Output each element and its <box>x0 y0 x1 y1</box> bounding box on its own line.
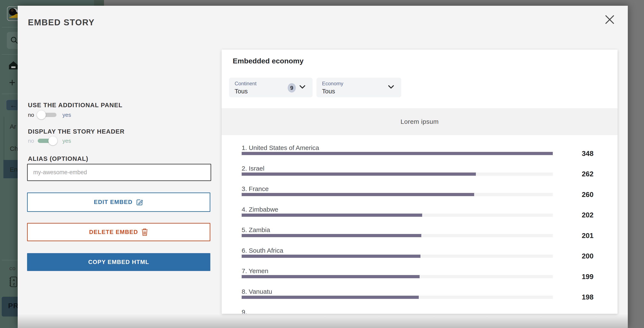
embed-story-modal: EMBED STORY USE THE ADDITIONAL PANEL no … <box>18 6 628 328</box>
chart-bar-track <box>242 275 553 278</box>
chart-value-label: 260 <box>551 190 594 199</box>
chart-bar-fill <box>242 296 419 299</box>
sidebar-section-label: co <box>10 265 16 272</box>
sidebar-item: Ar <box>10 123 16 130</box>
chart-row-label: 3. France <box>242 185 269 192</box>
add-icon: + <box>9 76 15 89</box>
chart-value-label: 201 <box>551 231 594 240</box>
dropdown-label: Economy <box>322 81 343 87</box>
toggle-yes-label: yes <box>62 112 71 118</box>
embed-title: Embedded economy <box>233 57 304 65</box>
chart-bar-track <box>242 234 553 237</box>
chart-bar-track <box>242 152 553 155</box>
story-header-label: DISPLAY THE STORY HEADER <box>28 128 125 135</box>
toggle-knob[interactable] <box>48 136 57 145</box>
trash-icon <box>141 228 148 236</box>
continent-dropdown[interactable]: Continent Tous 9 <box>229 78 312 97</box>
edit-embed-label: EDIT EMBED <box>94 199 132 205</box>
copy-embed-html-button[interactable]: COPY EMBED HTML <box>27 253 210 271</box>
panel-header-band: Lorem ipsum <box>222 108 618 135</box>
alias-label: ALIAS (OPTIONAL) <box>28 155 88 162</box>
chart-bar-track <box>242 214 553 217</box>
chart-bar-fill <box>242 193 474 196</box>
toggle-no-label: no <box>28 138 35 144</box>
svg-text:A: A <box>13 278 15 282</box>
chart-value-label: 199 <box>551 273 594 281</box>
chart-row-label: 5. Zambia <box>242 226 270 234</box>
chart-row-label: 8. Vanuatu <box>242 288 272 295</box>
embed-preview-card: Embedded economy Continent Tous 9 Econom… <box>222 50 618 314</box>
chart-bar-fill <box>242 234 421 237</box>
chart-bar-track <box>242 193 553 196</box>
close-button[interactable] <box>605 15 614 24</box>
close-icon <box>605 15 614 24</box>
chart-bar-track <box>242 296 553 299</box>
sidebar-item-selected: En <box>10 166 18 173</box>
arrow-left-icon: ← <box>10 101 17 109</box>
toggle-track[interactable] <box>38 139 56 143</box>
dropdown-value: Tous <box>322 88 335 95</box>
chevron-down-icon <box>388 85 394 89</box>
additional-panel-toggle[interactable]: no yes <box>28 110 71 119</box>
svg-text:Z: Z <box>13 282 15 286</box>
chart-row-label: 7. Yemen <box>242 267 268 275</box>
chart-bar-fill <box>242 214 422 217</box>
sidebar-pro-label: PR <box>8 302 18 310</box>
toggle-knob[interactable] <box>37 110 46 119</box>
edit-pencil-icon <box>136 198 144 206</box>
chart-row-label: 2. Israel <box>242 165 264 172</box>
economy-dropdown[interactable]: Economy Tous <box>316 78 401 97</box>
copy-embed-html-label: COPY EMBED HTML <box>88 259 149 265</box>
chart-value-label: 262 <box>551 170 594 178</box>
chart-row-label: 1. United States of America <box>242 144 319 152</box>
toggle-yes-label: yes <box>62 138 71 144</box>
screen: + ← Ar Ch En co A Z PR EMBED STORY <box>0 0 644 328</box>
chart-value-label: 200 <box>551 252 594 260</box>
chart-value-label: 202 <box>551 211 594 219</box>
chart-bar-fill <box>242 275 420 278</box>
delete-embed-label: DELETE EMBED <box>89 229 138 235</box>
chart-bar-fill <box>242 172 476 176</box>
chart-bar-track <box>242 255 553 258</box>
sidebar-item: Ch <box>10 145 18 152</box>
delete-embed-button[interactable]: DELETE EMBED <box>27 223 210 241</box>
alias-input[interactable] <box>27 164 211 181</box>
background-app-header-tab <box>94 0 104 6</box>
chart-bar-fill <box>242 152 553 155</box>
chart-value-label: 348 <box>551 149 594 158</box>
chevron-down-icon <box>299 85 306 89</box>
dropdown-value: Tous <box>235 88 248 95</box>
dropdown-label: Continent <box>235 81 256 87</box>
modal-title: EMBED STORY <box>28 18 94 27</box>
edit-embed-button[interactable]: EDIT EMBED <box>27 192 210 212</box>
count-badge: 9 <box>288 83 296 93</box>
toggle-track[interactable] <box>38 113 56 117</box>
additional-panel-label: USE THE ADDITIONAL PANEL <box>28 102 122 109</box>
modal-bottom-fade <box>18 314 628 328</box>
chart-value-label: 198 <box>551 293 594 301</box>
chart-row-label: 6. South Africa <box>242 247 283 254</box>
chart-row-label-clipped: 9. <box>242 309 247 314</box>
chart-bar-track <box>242 172 553 176</box>
chart-row-label: 4. Zimbabwe <box>242 206 278 213</box>
panel-header-text: Lorem ipsum <box>401 118 439 125</box>
story-header-toggle[interactable]: no yes <box>28 136 71 145</box>
glossary-book-icon: A Z <box>8 276 18 288</box>
toggle-no-label: no <box>28 112 35 118</box>
chart-bar-fill <box>242 255 420 258</box>
home-icon <box>8 61 18 70</box>
